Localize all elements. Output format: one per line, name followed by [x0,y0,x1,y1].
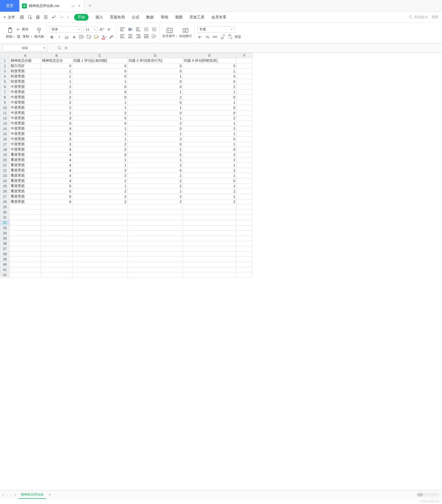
cell[interactable]: 0 [183,105,237,110]
cell[interactable] [183,246,237,252]
cell[interactable] [237,262,252,267]
cell[interactable]: 2 [72,110,128,116]
cell[interactable]: 1 [41,74,72,79]
cell[interactable]: 4 [41,168,72,173]
row-header[interactable]: 37 [0,246,10,252]
cell[interactable] [183,204,237,210]
cell[interactable]: 1 [72,131,128,137]
cell[interactable]: 0 [72,116,128,121]
paste-button[interactable]: 粘贴 ▾ [6,27,15,39]
cell[interactable]: 中度受损 [10,121,41,126]
cell[interactable]: 2 [183,126,237,131]
cell[interactable] [10,204,41,210]
row-header[interactable]: 30 [0,210,10,215]
cell[interactable]: 重度受损 [10,199,41,204]
cell[interactable] [10,215,41,220]
fx-label[interactable]: fx [65,46,68,50]
cell[interactable]: 中度受损 [10,137,41,142]
command-search[interactable]: 查找命令、搜索 [409,15,439,19]
underline-icon[interactable]: U ▾ [64,34,70,40]
row-header[interactable]: 40 [0,262,10,267]
cell[interactable]: 2 [128,184,183,189]
cell[interactable]: 0 [128,126,183,131]
cell[interactable]: 3 [41,137,72,142]
cell[interactable]: 2 [128,163,183,168]
cell[interactable]: 4 [41,157,72,163]
ribbon-tab-review[interactable]: 审阅 [161,15,168,20]
cell[interactable]: 精神状态总分 [41,58,72,63]
cell[interactable] [237,194,252,199]
decrease-indent-icon[interactable] [144,27,149,32]
align-top-icon[interactable] [120,27,125,32]
row-header[interactable]: 20 [0,157,10,163]
cell[interactable] [237,225,252,231]
cell[interactable]: 1 [183,142,237,147]
cell[interactable]: 4 [41,178,72,184]
row-header[interactable]: 3 [0,69,10,74]
column-header[interactable]: C [72,53,128,58]
cell[interactable] [128,236,183,241]
cell[interactable] [41,272,72,278]
cell[interactable]: 0 [72,63,128,69]
cell[interactable] [72,204,128,210]
cell[interactable] [237,79,252,84]
cell[interactable]: 1 [72,157,128,163]
cell[interactable]: 1 [183,121,237,126]
cell[interactable]: 0 [183,137,237,142]
cell[interactable] [237,147,252,152]
cell[interactable] [72,257,128,262]
row-header[interactable]: 36 [0,241,10,246]
cell[interactable]: 轻度受损 [10,79,41,84]
cell[interactable]: 2 [128,194,183,199]
cell[interactable]: 问题 2 评分[攻击行为] [128,58,183,63]
cell[interactable]: 轻度受损 [10,74,41,79]
cell[interactable] [10,252,41,257]
cell[interactable]: 6 [41,199,72,204]
font-name-select[interactable]: 宋体▾ [49,26,82,33]
cell[interactable] [183,215,237,220]
sheet-nav-last-icon[interactable]: ›| [14,493,16,497]
cell[interactable] [128,204,183,210]
row-header[interactable]: 22 [0,168,10,173]
print-icon[interactable] [36,15,40,19]
cell[interactable]: 1 [128,189,183,194]
cell[interactable]: 问题 1 评分[认知功能] [72,58,128,63]
cell[interactable]: 2 [72,173,128,178]
row-header[interactable]: 5 [0,79,10,84]
type-label[interactable]: 类型 [235,35,241,39]
cell[interactable] [128,225,183,231]
cell[interactable] [41,236,72,241]
cell[interactable]: 4 [41,173,72,178]
cell[interactable]: 精神状态分级 [10,58,41,63]
cell[interactable]: 0 [72,152,128,157]
row-header[interactable]: 11 [0,110,10,116]
cell[interactable]: 1 [72,184,128,189]
row-header[interactable]: 18 [0,147,10,152]
cell[interactable]: 1 [128,147,183,152]
decrease-decimal-icon[interactable]: .00→.0 [227,34,233,40]
cell[interactable]: 3 [41,126,72,131]
cell[interactable] [237,157,252,163]
cell[interactable]: 0 [128,63,183,69]
cell[interactable] [237,58,252,63]
row-header[interactable]: 7 [0,90,10,95]
cell[interactable]: 1 [128,131,183,137]
cell[interactable]: 重度受损 [10,184,41,189]
cell[interactable] [41,231,72,236]
row-header[interactable]: 21 [0,163,10,168]
cell[interactable] [41,210,72,215]
cell[interactable] [72,246,128,252]
cell[interactable] [237,257,252,262]
cell[interactable] [237,152,252,157]
cell[interactable]: 1 [183,131,237,137]
cell[interactable] [72,272,128,278]
cell[interactable] [237,63,252,69]
cell[interactable] [237,189,252,194]
cell[interactable] [237,199,252,204]
ribbon-tab-layout[interactable]: 页面布局 [110,15,125,20]
cell[interactable]: 2 [72,194,128,199]
cell[interactable]: 中度受损 [10,126,41,131]
increase-decimal-icon[interactable]: ←.0.00 [220,34,225,40]
cell[interactable] [10,267,41,272]
cell[interactable]: 问题 3 评分[抑郁症状] [183,58,237,63]
